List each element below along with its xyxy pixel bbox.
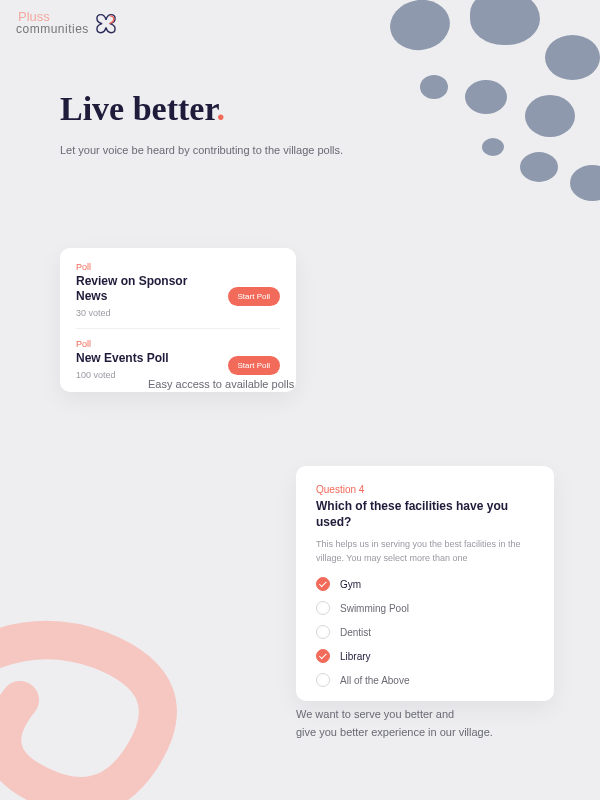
checkbox-icon <box>316 625 330 639</box>
question-number: Question 4 <box>316 484 534 495</box>
brand-word-2: communities <box>16 23 89 35</box>
option-gym[interactable]: Gym <box>316 577 534 591</box>
page-subtitle: Let your voice be heard by contributing … <box>60 142 343 159</box>
option-library[interactable]: Library <box>316 649 534 663</box>
hero-section: Live better. Let your voice be heard by … <box>60 90 343 159</box>
polls-card: Poll Review on Sponsor News 30 voted Sta… <box>60 248 296 392</box>
poll-item: Poll Review on Sponsor News 30 voted Sta… <box>76 262 280 318</box>
option-label: Dentist <box>340 627 371 638</box>
option-label: Library <box>340 651 371 662</box>
checkbox-icon <box>316 673 330 687</box>
poll-meta: 30 voted <box>76 308 220 318</box>
poll-tag: Poll <box>76 339 280 349</box>
checkbox-icon <box>316 577 330 591</box>
question-title: Which of these facilities have you used? <box>316 499 534 530</box>
page-title-text: Live better <box>60 90 216 127</box>
caption-line-2: give you better experience in our villag… <box>296 726 493 738</box>
polls-caption: Easy access to available polls <box>148 378 294 390</box>
decorative-blobs <box>330 0 600 240</box>
options-list: Gym Swimming Pool Dentist Library All of… <box>316 577 534 687</box>
poll-tag: Poll <box>76 262 280 272</box>
poll-item: Poll New Events Poll 100 voted Start Pol… <box>76 328 280 380</box>
poll-title: New Events Poll <box>76 351 169 366</box>
caption-line-1: We want to serve you better and <box>296 708 454 720</box>
question-help-text: This helps us in serving you the best fa… <box>316 538 534 565</box>
option-label: Swimming Pool <box>340 603 409 614</box>
option-swimming-pool[interactable]: Swimming Pool <box>316 601 534 615</box>
option-label: All of the Above <box>340 675 410 686</box>
question-caption: We want to serve you better and give you… <box>296 706 493 741</box>
checkbox-icon <box>316 601 330 615</box>
option-label: Gym <box>340 579 361 590</box>
checkbox-icon <box>316 649 330 663</box>
option-dentist[interactable]: Dentist <box>316 625 534 639</box>
option-all-of-the-above[interactable]: All of the Above <box>316 673 534 687</box>
question-card: Question 4 Which of these facilities hav… <box>296 466 554 701</box>
title-dot-accent: . <box>216 90 225 127</box>
start-poll-button[interactable]: Start Poll <box>228 287 280 306</box>
brand-logo: Pluss communities <box>18 10 119 35</box>
page-title: Live better. <box>60 90 343 128</box>
brand-mark-icon <box>93 12 119 34</box>
decorative-squiggle <box>0 440 250 800</box>
poll-title: Review on Sponsor News <box>76 274 220 304</box>
start-poll-button[interactable]: Start Poll <box>228 356 280 375</box>
